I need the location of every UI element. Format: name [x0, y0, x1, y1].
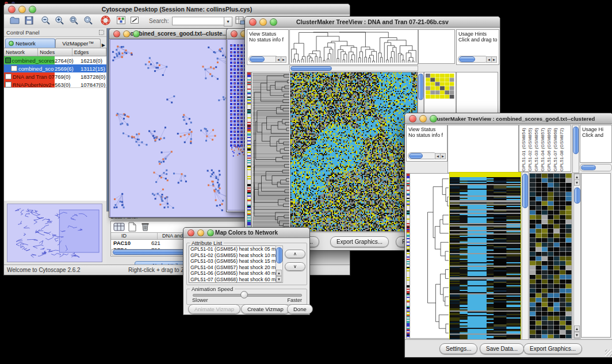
scroll-right-arrow[interactable]: ► [440, 153, 446, 159]
export-graphics-button[interactable]: Export Graphics... [523, 343, 582, 354]
close-button[interactable] [8, 6, 16, 13]
treeview2-titlebar[interactable]: ClusterMaker TreeView : combined_scores_… [405, 113, 612, 124]
zoom-button[interactable] [270, 18, 277, 26]
save-icon[interactable] [25, 16, 33, 27]
attribute-item[interactable]: GPL51-04 (GSM857) heat shock 20 min [189, 265, 276, 271]
network-canvas[interactable] [110, 39, 244, 217]
resize-grip[interactable] [605, 350, 612, 357]
create-vizmap-button[interactable]: Create Vizmap [241, 304, 290, 314]
attribute-list[interactable]: GPL51-01 (GSM854) heat shock 05 minGPL51… [189, 246, 276, 283]
done-button[interactable]: Done [287, 304, 313, 314]
tv2-gene-list [581, 173, 611, 338]
attribute-item[interactable]: GPL51-01 (GSM854) heat shock 05 min [189, 246, 276, 252]
tv2-labels-vscrollbar[interactable] [572, 125, 579, 173]
help-icon[interactable] [101, 16, 110, 28]
attribute-table-icon[interactable] [235, 16, 245, 27]
annotation-icon[interactable] [131, 16, 140, 26]
save-data-button[interactable]: Save Data... [480, 343, 524, 354]
export-graphics-button[interactable]: Export Graphics... [330, 236, 389, 247]
tab-network[interactable]: Network [5, 39, 55, 48]
tv2-row-dendrogram[interactable] [410, 173, 450, 339]
attribute-item[interactable]: GPL51-06 (GSM865) heat shock 40 min [189, 270, 276, 277]
treeview2-title: ClusterMaker TreeView : combined_scores_… [431, 116, 595, 122]
tv1-status-scrollbar[interactable] [248, 56, 278, 63]
treeview1-titlebar[interactable]: ClusterMaker TreeView : DNA and Tran 07-… [245, 17, 500, 28]
network-view-titlebar[interactable]: combined_scores_good.txt--cluste... [109, 29, 245, 39]
attribute-scrollbar[interactable]: ▲ ▼ [276, 246, 283, 283]
tv1-column-labels [418, 29, 455, 64]
tv2-heatmap[interactable] [449, 172, 521, 340]
network-table-row[interactable]: DNA and Tran 07 769(0) 183728(0) [4, 72, 106, 81]
move-down-button[interactable]: ∨ [285, 262, 305, 271]
scroll-down-arrow[interactable]: ▼ [574, 332, 580, 338]
tab-overflow-arrow[interactable]: ▶ [102, 43, 105, 48]
minimize-button[interactable] [419, 115, 427, 122]
network-table-row[interactable]: combined_scores 2764(0) 16218(0) [4, 56, 106, 64]
tv1-row-dendrogram[interactable] [251, 72, 290, 232]
tab-network-label: Network [16, 40, 36, 47]
minimize-button[interactable] [123, 30, 130, 37]
close-button[interactable] [231, 30, 238, 37]
minimize-button[interactable] [197, 229, 204, 236]
zoom-selected-icon[interactable] [83, 16, 93, 28]
tv2-vscrollbar[interactable] [522, 172, 529, 340]
animate-vizmap-button[interactable]: Animate Vizmap [188, 304, 240, 314]
zoom-in-icon[interactable] [55, 16, 64, 28]
scroll-right-arrow[interactable]: ► [281, 56, 286, 63]
tv2-zoom-vscrollbar[interactable]: ▲ ▼ ▲ ▼ [573, 173, 581, 339]
network-row-icon [5, 82, 12, 87]
map-dialog-titlebar[interactable]: Map Colors to Network [183, 228, 309, 238]
tab-vizmapper[interactable]: VizMapper™ [55, 39, 100, 48]
column-label: GPL51-06 (GSM865) [546, 127, 552, 171]
tv2-column-dendrogram[interactable] [447, 125, 519, 173]
birdseye-view[interactable] [7, 204, 102, 262]
treeview1-title: ClusterMaker TreeView : DNA and Tran 07-… [296, 18, 449, 25]
tv1-hscrollbar[interactable] [289, 66, 418, 71]
network-row-icon [11, 66, 17, 71]
tv1-column-dendrogram[interactable] [289, 29, 418, 65]
zoom-button[interactable] [29, 6, 36, 13]
close-button[interactable] [113, 30, 120, 37]
attribute-item[interactable]: GPL51-07 (GSM868) heat shock 60 min [189, 277, 276, 283]
vizmapper-icon[interactable] [117, 16, 125, 26]
zoom-button[interactable] [133, 30, 140, 37]
data-col-id[interactable]: ID [111, 233, 158, 239]
tv2-button-row: Settings... Save Data... Export Graphics… [405, 339, 612, 357]
scroll-up-arrow[interactable]: ▲ [574, 325, 580, 332]
scroll-right-arrow[interactable]: ► [491, 56, 497, 63]
tv1-hints-scrollbar[interactable] [458, 56, 488, 63]
close-button[interactable] [249, 18, 257, 26]
scroll-down-arrow[interactable]: ▼ [276, 276, 282, 282]
animation-speed-label: Animation Speed [190, 286, 235, 292]
tv2-zoom-heatmap[interactable] [529, 173, 572, 339]
tv1-correlation-matrix[interactable] [426, 74, 454, 99]
tv2-status-scrollbar[interactable] [408, 152, 437, 159]
window-controls [8, 6, 36, 13]
scroll-up-arrow[interactable]: ▲ [276, 270, 282, 276]
search-dropdown-arrow[interactable]: ▼ [224, 17, 232, 26]
zoom-button[interactable] [207, 229, 214, 236]
close-button[interactable] [188, 229, 194, 236]
main-titlebar[interactable]: Cytoscape Desktop (Session Name: collins… [4, 4, 350, 15]
tv2-hints-scrollbar[interactable] [580, 164, 612, 171]
zoom-fit-icon[interactable] [69, 16, 79, 28]
zoom-out-icon[interactable] [41, 16, 51, 28]
minimize-button[interactable] [259, 18, 267, 26]
move-up-button[interactable]: ∧ [285, 250, 305, 258]
zoom-button[interactable] [430, 115, 437, 122]
network-table-row[interactable]: combined_sco 2569(6) 13112(15) [4, 64, 106, 72]
scroll-down-arrow[interactable]: ▼ [574, 179, 580, 186]
close-button[interactable] [409, 115, 416, 122]
float-panel-icon[interactable] [99, 27, 104, 37]
tv1-view-status: View StatusNo status info f ◄ ► [247, 29, 289, 65]
open-icon[interactable] [10, 16, 20, 27]
speed-slider-thumb[interactable] [240, 291, 248, 298]
attribute-item[interactable]: GPL51-03 (GSM856) heat shock 15 min [189, 258, 276, 265]
tv1-heatmap[interactable] [290, 72, 418, 232]
search-input[interactable] [172, 17, 225, 25]
minimize-button[interactable] [18, 6, 26, 13]
network-row-icon [5, 74, 12, 79]
attribute-item[interactable]: GPL51-02 (GSM855) heat shock 10 min [189, 252, 276, 259]
treeview2-window: ClusterMaker TreeView : combined_scores_… [404, 113, 612, 358]
settings-button[interactable]: Settings... [439, 343, 477, 354]
